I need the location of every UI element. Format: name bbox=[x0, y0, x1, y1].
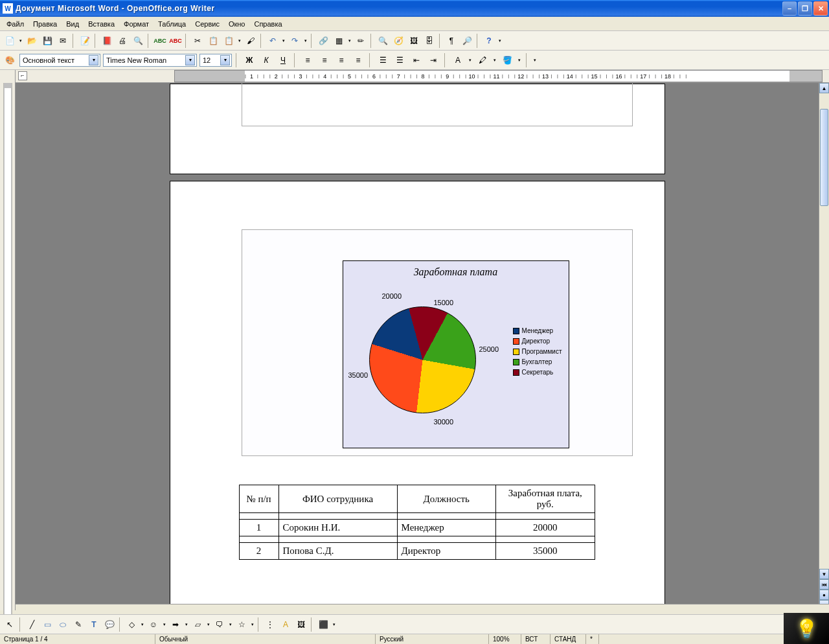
dropdown-icon[interactable]: ▾ bbox=[250, 622, 255, 627]
dropdown-icon[interactable]: ▾ bbox=[140, 622, 145, 627]
menu-tools[interactable]: Сервис bbox=[191, 19, 223, 29]
status-selection[interactable]: СТАНД bbox=[551, 634, 586, 644]
numbered-list-icon[interactable]: ☰ bbox=[376, 53, 390, 67]
table-icon[interactable]: ▦ bbox=[332, 34, 346, 48]
dropdown-icon[interactable]: ▾ bbox=[228, 622, 233, 627]
new-doc-icon[interactable]: 📄 bbox=[3, 34, 17, 48]
menu-format[interactable]: Формат bbox=[120, 19, 153, 29]
stars-icon[interactable]: ☆ bbox=[234, 617, 249, 632]
mail-icon[interactable]: ✉ bbox=[56, 34, 70, 48]
align-justify-icon[interactable]: ≡ bbox=[351, 53, 365, 67]
save-icon[interactable]: 💾 bbox=[40, 34, 54, 48]
points-icon[interactable]: ⋮ bbox=[263, 617, 277, 632]
paragraph-style-combo[interactable]: Основной текст▾ bbox=[19, 54, 100, 67]
nav-icon[interactable]: ● bbox=[819, 590, 829, 600]
chevron-down-icon[interactable]: ▾ bbox=[185, 55, 195, 65]
align-center-icon[interactable]: ≡ bbox=[317, 53, 332, 67]
text-icon[interactable]: T bbox=[87, 617, 101, 632]
freeform-icon[interactable]: ✎ bbox=[71, 617, 85, 632]
decrease-indent-icon[interactable]: ⇤ bbox=[409, 53, 424, 67]
prev-page-icon[interactable]: ⏮ bbox=[819, 579, 829, 590]
status-zoom[interactable]: 100% bbox=[489, 634, 521, 644]
dropdown-icon[interactable]: ▾ bbox=[237, 38, 242, 43]
line-icon[interactable]: ╱ bbox=[25, 617, 39, 632]
find-icon[interactable]: 🔍 bbox=[376, 34, 390, 48]
basic-shapes-icon[interactable]: ◇ bbox=[124, 617, 139, 632]
show-draw-icon[interactable]: ✏ bbox=[354, 34, 368, 48]
cut-icon[interactable]: ✂ bbox=[190, 34, 205, 48]
nonprinting-icon[interactable]: ¶ bbox=[444, 34, 459, 48]
empty-frame[interactable] bbox=[242, 83, 633, 126]
zoom-icon[interactable]: 🔎 bbox=[460, 34, 474, 48]
menu-table[interactable]: Таблица bbox=[154, 19, 190, 29]
print-preview-icon[interactable]: 🔍 bbox=[131, 34, 145, 48]
menu-help[interactable]: Справка bbox=[250, 19, 286, 29]
dropdown-icon[interactable]: ▾ bbox=[281, 38, 286, 43]
dropdown-icon[interactable]: ▾ bbox=[303, 38, 308, 43]
dropdown-icon[interactable]: ▾ bbox=[332, 622, 337, 627]
rect-icon[interactable]: ▭ bbox=[40, 617, 54, 632]
status-insert[interactable]: ВСТ bbox=[521, 634, 551, 644]
document-scroll-area[interactable]: Заработная плата 20000 35000 30000 25000… bbox=[16, 83, 819, 610]
scroll-up-icon[interactable]: ▲ bbox=[819, 83, 829, 93]
maximize-button[interactable]: ❐ bbox=[798, 1, 812, 16]
hyperlink-icon[interactable]: 🔗 bbox=[316, 34, 330, 48]
dropdown-icon[interactable]: ▾ bbox=[497, 38, 503, 43]
datasources-icon[interactable]: 🗄 bbox=[422, 34, 437, 48]
status-page[interactable]: Страница 1 / 4 bbox=[0, 634, 155, 644]
status-modified[interactable]: * bbox=[586, 634, 599, 644]
edit-doc-icon[interactable]: 📝 bbox=[78, 34, 92, 48]
italic-button[interactable]: К bbox=[259, 53, 273, 67]
dropdown-icon[interactable]: ▾ bbox=[162, 622, 167, 627]
align-right-icon[interactable]: ≡ bbox=[334, 53, 348, 67]
status-lang[interactable]: Русский bbox=[376, 634, 489, 644]
flowchart-icon[interactable]: ▱ bbox=[190, 617, 205, 632]
vertical-scrollbar[interactable]: ▲ ▼ ⏮ ● ⏭ bbox=[819, 83, 829, 610]
gallery-icon[interactable]: 🖼 bbox=[407, 34, 421, 48]
salary-table[interactable]: № п/п ФИО сотрудника Должность Заработна… bbox=[239, 485, 595, 560]
from-file-icon[interactable]: 🖼 bbox=[294, 617, 308, 632]
dropdown-icon[interactable]: ▾ bbox=[347, 38, 352, 43]
horizontal-scrollbar[interactable] bbox=[16, 604, 829, 614]
callouts-icon[interactable]: 🗨 bbox=[212, 617, 227, 632]
scroll-thumb[interactable] bbox=[820, 109, 828, 206]
autospell-icon[interactable]: ABC bbox=[168, 34, 183, 48]
font-size-combo[interactable]: 12▾ bbox=[199, 54, 232, 67]
highlight-icon[interactable]: 🖍 bbox=[475, 53, 490, 67]
dropdown-icon[interactable]: ▾ bbox=[18, 38, 23, 43]
extrusion-icon[interactable]: ⬛ bbox=[316, 617, 330, 632]
chart-object[interactable]: Заработная плата 20000 35000 30000 25000… bbox=[242, 229, 633, 456]
underline-button[interactable]: Ч bbox=[276, 53, 290, 67]
copy-icon[interactable]: 📋 bbox=[206, 34, 220, 48]
callout-icon[interactable]: 💬 bbox=[102, 617, 117, 632]
status-style[interactable]: Обычный bbox=[155, 634, 376, 644]
dropdown-icon[interactable]: ▾ bbox=[468, 58, 473, 63]
export-pdf-icon[interactable]: 📕 bbox=[100, 34, 114, 48]
undo-icon[interactable]: ↶ bbox=[266, 34, 280, 48]
align-left-icon[interactable]: ≡ bbox=[301, 53, 315, 67]
block-arrows-icon[interactable]: ➡ bbox=[168, 617, 183, 632]
dropdown-icon[interactable]: ▾ bbox=[492, 58, 497, 63]
spellcheck-icon[interactable]: ABC bbox=[153, 34, 167, 48]
select-icon[interactable]: ↖ bbox=[3, 617, 17, 632]
menu-edit[interactable]: Правка bbox=[29, 19, 61, 29]
redo-icon[interactable]: ↷ bbox=[288, 34, 302, 48]
font-color-icon[interactable]: A bbox=[451, 53, 465, 67]
table-row[interactable]: 2 Попова С.Д. Директор 35000 bbox=[239, 543, 595, 560]
font-name-combo[interactable]: Times New Roman▾ bbox=[103, 54, 197, 67]
scroll-down-icon[interactable]: ▼ bbox=[819, 569, 829, 579]
menu-view[interactable]: Вид bbox=[62, 19, 83, 29]
tip-bulb-icon[interactable]: 💡 bbox=[784, 613, 829, 644]
print-icon[interactable]: 🖨 bbox=[115, 34, 130, 48]
increase-indent-icon[interactable]: ⇥ bbox=[426, 53, 440, 67]
close-button[interactable]: ✕ bbox=[813, 1, 828, 16]
bold-button[interactable]: Ж bbox=[242, 53, 256, 67]
dropdown-icon[interactable]: ▾ bbox=[532, 58, 538, 63]
ellipse-icon[interactable]: ⬭ bbox=[56, 617, 70, 632]
chevron-down-icon[interactable]: ▾ bbox=[220, 55, 230, 65]
tab-type-icon[interactable]: ⌐ bbox=[18, 71, 27, 80]
open-icon[interactable]: 📂 bbox=[25, 34, 39, 48]
help-icon[interactable]: ? bbox=[482, 34, 496, 48]
bullet-list-icon[interactable]: ☰ bbox=[392, 53, 407, 67]
dropdown-icon[interactable]: ▾ bbox=[517, 58, 522, 63]
